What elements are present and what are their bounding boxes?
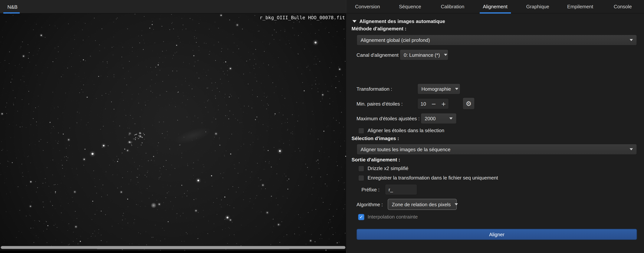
align-button[interactable]: Aligner xyxy=(356,229,637,240)
plus-icon[interactable]: + xyxy=(439,98,448,109)
align-in-selection-checkbox-row[interactable]: Aligner les étoiles dans la sélection xyxy=(358,127,444,134)
expander-down-icon xyxy=(352,20,356,22)
max-stars-label: Maximum d'étoiles ajustées : xyxy=(356,113,420,124)
algorithm-dropdown[interactable]: Zone de relation des pixels xyxy=(388,199,457,210)
image-selection-dropdown-value: Aligner toutes les images de la séquence xyxy=(361,146,450,152)
tab-empilement-label: Empilement xyxy=(567,4,593,10)
control-tabbar: Conversion Séquence Calibration Aligneme… xyxy=(346,0,644,14)
tab-conversion[interactable]: Conversion xyxy=(346,0,389,13)
gear-icon: ⚙ xyxy=(466,100,472,107)
interpolation-checkbox-row[interactable]: ✓ Interpolation contrainte xyxy=(358,214,418,220)
interpolation-label: Interpolation contrainte xyxy=(368,214,418,220)
interpolation-checkbox[interactable]: ✓ xyxy=(358,214,364,220)
siril-window: N&B r_bkg_OIII_Bulle HOO_00078.fit Conve… xyxy=(0,0,644,253)
transformation-label: Transformation : xyxy=(356,83,392,94)
transformation-dropdown[interactable]: Homographie xyxy=(417,83,460,94)
channel-label: Canal d'alignement : xyxy=(356,49,401,60)
align-in-selection-checkbox[interactable] xyxy=(358,128,364,134)
output-section-label: Sortie d'alignement : xyxy=(352,157,400,163)
chevron-down-icon xyxy=(630,148,633,150)
tab-calibration-label: Calibration xyxy=(441,4,464,10)
section-title: Alignement des images automatique xyxy=(359,18,445,24)
transformation-dropdown-value: Homographie xyxy=(421,86,451,92)
max-stars-dropdown-value: 2000 xyxy=(425,116,436,121)
min-pairs-value[interactable]: 10 xyxy=(418,98,429,109)
drizzle-checkbox-row[interactable]: Drizzle x2 simplifié xyxy=(358,165,408,172)
save-transform-checkbox-row[interactable]: Enregistrer la transformation dans le fi… xyxy=(358,174,498,181)
tab-alignement[interactable]: Alignement xyxy=(474,0,516,13)
algorithm-dropdown-value: Zone de relation des pixels xyxy=(392,202,450,208)
tab-sequence[interactable]: Séquence xyxy=(389,0,431,13)
algorithm-label: Algorithme : xyxy=(356,199,383,210)
check-icon: ✓ xyxy=(359,214,363,219)
prefix-input[interactable]: r_ xyxy=(385,184,417,195)
channel-dropdown[interactable]: 0: Luminance (*) xyxy=(400,49,448,60)
star-field-image[interactable] xyxy=(0,14,346,250)
chevron-down-icon xyxy=(630,39,633,41)
tab-graphique-label: Graphique xyxy=(526,4,549,10)
minus-icon[interactable]: − xyxy=(429,98,438,109)
align-button-label: Aligner xyxy=(489,232,504,237)
tab-console[interactable]: Console xyxy=(602,0,644,13)
auto-align-expander[interactable]: Alignement des images automatique xyxy=(352,18,445,24)
min-pairs-label: Min. paires d'étoiles : xyxy=(356,98,403,109)
channel-dropdown-value: 0: Luminance (*) xyxy=(404,52,440,58)
image-filename-label: r_bkg_OIII_Bulle HOO_00078.fit xyxy=(260,15,345,20)
prefix-input-value: r_ xyxy=(388,187,393,192)
tab-alignement-active-underline xyxy=(480,12,511,14)
method-dropdown-value: Alignement global (ciel profond) xyxy=(361,37,430,43)
star-detection-settings-button[interactable]: ⚙ xyxy=(462,97,475,110)
save-transform-checkbox[interactable] xyxy=(358,175,364,181)
drizzle-checkbox[interactable] xyxy=(358,165,364,172)
max-stars-dropdown[interactable]: 2000 xyxy=(420,113,457,124)
image-viewport[interactable]: r_bkg_OIII_Bulle HOO_00078.fit xyxy=(0,14,346,250)
tab-console-label: Console xyxy=(614,4,632,10)
align-in-selection-label: Aligner les étoiles dans la sélection xyxy=(368,128,444,134)
drizzle-label: Drizzle x2 simplifié xyxy=(368,166,408,171)
tab-nb-label: N&B xyxy=(7,4,18,10)
image-panel: N&B r_bkg_OIII_Bulle HOO_00078.fit xyxy=(0,0,346,253)
method-label: Méthode d'alignement : xyxy=(352,26,406,32)
image-selection-label: Sélection d'images : xyxy=(352,136,399,142)
prefix-label: Préfixe : xyxy=(362,184,380,195)
horizontal-scrollbar[interactable] xyxy=(1,246,346,249)
tab-conversion-label: Conversion xyxy=(355,4,380,10)
chevron-down-icon xyxy=(449,118,452,120)
tab-alignement-label: Alignement xyxy=(483,4,508,10)
tab-nb[interactable]: N&B xyxy=(3,0,22,14)
control-panel: Conversion Séquence Calibration Aligneme… xyxy=(346,0,644,253)
chevron-down-icon xyxy=(455,203,458,205)
image-selection-dropdown[interactable]: Aligner toutes les images de la séquence xyxy=(356,144,637,155)
tab-calibration[interactable]: Calibration xyxy=(431,0,474,13)
chevron-down-icon xyxy=(444,54,447,56)
chevron-down-icon xyxy=(455,88,458,90)
tab-empilement[interactable]: Empilement xyxy=(559,0,602,13)
tab-sequence-label: Séquence xyxy=(399,4,421,10)
min-pairs-spinner[interactable]: 10 − + xyxy=(417,98,449,109)
image-panel-tabbar: N&B xyxy=(0,0,346,14)
method-dropdown[interactable]: Alignement global (ciel profond) xyxy=(356,34,637,46)
save-transform-label: Enregistrer la transformation dans le fi… xyxy=(368,175,498,181)
tab-graphique[interactable]: Graphique xyxy=(516,0,559,13)
